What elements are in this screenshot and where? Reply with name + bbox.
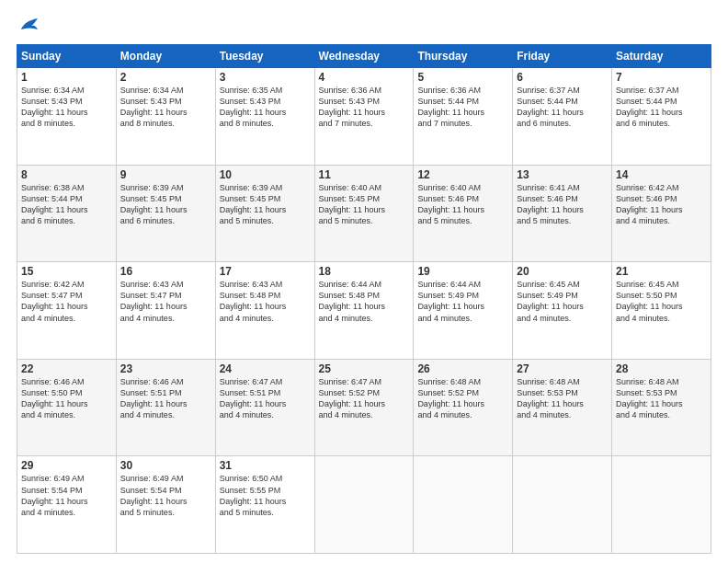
day-info: Sunrise: 6:36 AM Sunset: 5:44 PM Dayligh… — [417, 85, 508, 130]
day-number: 26 — [417, 362, 508, 375]
weekday-header-wednesday: Wednesday — [314, 45, 414, 68]
day-number: 1 — [21, 71, 112, 84]
weekday-header-thursday: Thursday — [414, 45, 513, 68]
calendar-week-2: 8Sunrise: 6:38 AM Sunset: 5:44 PM Daylig… — [17, 165, 711, 262]
day-info: Sunrise: 6:49 AM Sunset: 5:54 PM Dayligh… — [21, 473, 112, 518]
day-number: 14 — [616, 168, 707, 181]
day-number: 18 — [319, 265, 410, 278]
calendar-cell: 29Sunrise: 6:49 AM Sunset: 5:54 PM Dayli… — [17, 456, 117, 554]
weekday-header-tuesday: Tuesday — [215, 45, 314, 68]
day-number: 29 — [21, 459, 112, 472]
logo — [17, 17, 41, 37]
day-number: 11 — [319, 168, 410, 181]
day-number: 9 — [120, 168, 211, 181]
day-info: Sunrise: 6:50 AM Sunset: 5:55 PM Dayligh… — [220, 473, 311, 518]
day-info: Sunrise: 6:43 AM Sunset: 5:47 PM Dayligh… — [120, 279, 211, 324]
day-number: 12 — [417, 168, 508, 181]
day-number: 24 — [220, 362, 311, 375]
day-info: Sunrise: 6:40 AM Sunset: 5:46 PM Dayligh… — [417, 182, 508, 227]
day-number: 4 — [319, 71, 410, 84]
weekday-header-row: SundayMondayTuesdayWednesdayThursdayFrid… — [17, 45, 711, 68]
calendar-cell: 21Sunrise: 6:45 AM Sunset: 5:50 PM Dayli… — [612, 262, 711, 360]
page: SundayMondayTuesdayWednesdayThursdayFrid… — [0, 0, 728, 563]
logo-bird-icon — [19, 17, 41, 37]
day-info: Sunrise: 6:39 AM Sunset: 5:45 PM Dayligh… — [220, 182, 311, 227]
day-info: Sunrise: 6:34 AM Sunset: 5:43 PM Dayligh… — [21, 85, 112, 130]
day-info: Sunrise: 6:37 AM Sunset: 5:44 PM Dayligh… — [517, 85, 608, 130]
calendar-cell: 28Sunrise: 6:48 AM Sunset: 5:53 PM Dayli… — [612, 359, 711, 456]
weekday-header-monday: Monday — [116, 45, 215, 68]
day-info: Sunrise: 6:46 AM Sunset: 5:51 PM Dayligh… — [120, 376, 211, 421]
calendar-cell — [513, 456, 612, 554]
calendar-cell: 7Sunrise: 6:37 AM Sunset: 5:44 PM Daylig… — [612, 68, 711, 166]
day-number: 27 — [517, 362, 608, 375]
calendar-cell: 13Sunrise: 6:41 AM Sunset: 5:46 PM Dayli… — [513, 165, 612, 262]
calendar-cell: 23Sunrise: 6:46 AM Sunset: 5:51 PM Dayli… — [116, 359, 215, 456]
calendar-cell: 17Sunrise: 6:43 AM Sunset: 5:48 PM Dayli… — [215, 262, 314, 360]
day-info: Sunrise: 6:42 AM Sunset: 5:47 PM Dayligh… — [21, 279, 112, 324]
day-number: 31 — [220, 459, 311, 472]
day-number: 19 — [417, 265, 508, 278]
header — [17, 17, 711, 37]
day-info: Sunrise: 6:47 AM Sunset: 5:51 PM Dayligh… — [220, 376, 311, 421]
calendar-week-4: 22Sunrise: 6:46 AM Sunset: 5:50 PM Dayli… — [17, 359, 711, 456]
day-number: 25 — [319, 362, 410, 375]
day-info: Sunrise: 6:44 AM Sunset: 5:48 PM Dayligh… — [319, 279, 410, 324]
calendar-cell: 20Sunrise: 6:45 AM Sunset: 5:49 PM Dayli… — [513, 262, 612, 360]
calendar-cell: 2Sunrise: 6:34 AM Sunset: 5:43 PM Daylig… — [116, 68, 215, 166]
calendar-cell: 9Sunrise: 6:39 AM Sunset: 5:45 PM Daylig… — [116, 165, 215, 262]
weekday-header-friday: Friday — [513, 45, 612, 68]
day-info: Sunrise: 6:35 AM Sunset: 5:43 PM Dayligh… — [220, 85, 311, 130]
calendar-cell: 24Sunrise: 6:47 AM Sunset: 5:51 PM Dayli… — [215, 359, 314, 456]
day-info: Sunrise: 6:34 AM Sunset: 5:43 PM Dayligh… — [120, 85, 211, 130]
day-info: Sunrise: 6:46 AM Sunset: 5:50 PM Dayligh… — [21, 376, 112, 421]
day-info: Sunrise: 6:49 AM Sunset: 5:54 PM Dayligh… — [120, 473, 211, 518]
calendar-cell: 19Sunrise: 6:44 AM Sunset: 5:49 PM Dayli… — [414, 262, 513, 360]
day-info: Sunrise: 6:45 AM Sunset: 5:50 PM Dayligh… — [616, 279, 707, 324]
calendar-cell: 30Sunrise: 6:49 AM Sunset: 5:54 PM Dayli… — [116, 456, 215, 554]
day-info: Sunrise: 6:39 AM Sunset: 5:45 PM Dayligh… — [120, 182, 211, 227]
day-info: Sunrise: 6:48 AM Sunset: 5:53 PM Dayligh… — [616, 376, 707, 421]
calendar-week-1: 1Sunrise: 6:34 AM Sunset: 5:43 PM Daylig… — [17, 68, 711, 166]
day-info: Sunrise: 6:43 AM Sunset: 5:48 PM Dayligh… — [220, 279, 311, 324]
day-info: Sunrise: 6:40 AM Sunset: 5:45 PM Dayligh… — [319, 182, 410, 227]
day-number: 23 — [120, 362, 211, 375]
day-info: Sunrise: 6:36 AM Sunset: 5:43 PM Dayligh… — [319, 85, 410, 130]
calendar-cell: 4Sunrise: 6:36 AM Sunset: 5:43 PM Daylig… — [314, 68, 414, 166]
calendar-cell: 8Sunrise: 6:38 AM Sunset: 5:44 PM Daylig… — [17, 165, 117, 262]
calendar-cell: 18Sunrise: 6:44 AM Sunset: 5:48 PM Dayli… — [314, 262, 414, 360]
day-number: 13 — [517, 168, 608, 181]
day-info: Sunrise: 6:37 AM Sunset: 5:44 PM Dayligh… — [616, 85, 707, 130]
day-number: 16 — [120, 265, 211, 278]
day-number: 2 — [120, 71, 211, 84]
calendar-cell — [612, 456, 711, 554]
calendar-cell: 3Sunrise: 6:35 AM Sunset: 5:43 PM Daylig… — [215, 68, 314, 166]
weekday-header-sunday: Sunday — [17, 45, 117, 68]
day-number: 15 — [21, 265, 112, 278]
calendar-cell — [314, 456, 414, 554]
calendar-week-3: 15Sunrise: 6:42 AM Sunset: 5:47 PM Dayli… — [17, 262, 711, 360]
day-info: Sunrise: 6:41 AM Sunset: 5:46 PM Dayligh… — [517, 182, 608, 227]
calendar-cell: 15Sunrise: 6:42 AM Sunset: 5:47 PM Dayli… — [17, 262, 117, 360]
calendar-cell — [414, 456, 513, 554]
calendar-cell: 1Sunrise: 6:34 AM Sunset: 5:43 PM Daylig… — [17, 68, 117, 166]
day-number: 8 — [21, 168, 112, 181]
day-info: Sunrise: 6:48 AM Sunset: 5:53 PM Dayligh… — [517, 376, 608, 421]
calendar-table: SundayMondayTuesdayWednesdayThursdayFrid… — [17, 44, 711, 554]
day-number: 28 — [616, 362, 707, 375]
day-number: 7 — [616, 71, 707, 84]
calendar-cell: 14Sunrise: 6:42 AM Sunset: 5:46 PM Dayli… — [612, 165, 711, 262]
calendar-cell: 26Sunrise: 6:48 AM Sunset: 5:52 PM Dayli… — [414, 359, 513, 456]
day-number: 10 — [220, 168, 311, 181]
day-number: 20 — [517, 265, 608, 278]
day-number: 22 — [21, 362, 112, 375]
calendar-cell: 27Sunrise: 6:48 AM Sunset: 5:53 PM Dayli… — [513, 359, 612, 456]
day-number: 17 — [220, 265, 311, 278]
calendar-cell: 10Sunrise: 6:39 AM Sunset: 5:45 PM Dayli… — [215, 165, 314, 262]
calendar-cell: 22Sunrise: 6:46 AM Sunset: 5:50 PM Dayli… — [17, 359, 117, 456]
day-number: 6 — [517, 71, 608, 84]
day-info: Sunrise: 6:44 AM Sunset: 5:49 PM Dayligh… — [417, 279, 508, 324]
day-info: Sunrise: 6:42 AM Sunset: 5:46 PM Dayligh… — [616, 182, 707, 227]
day-number: 3 — [220, 71, 311, 84]
calendar-cell: 5Sunrise: 6:36 AM Sunset: 5:44 PM Daylig… — [414, 68, 513, 166]
